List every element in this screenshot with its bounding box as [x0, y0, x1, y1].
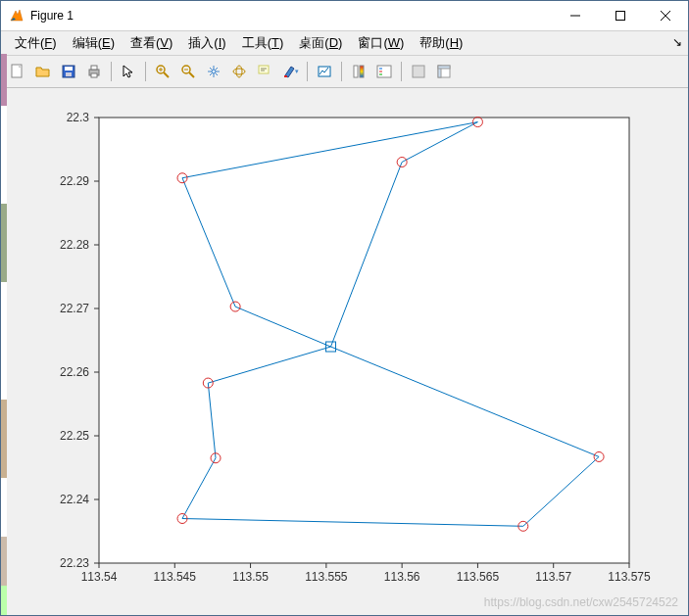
menu-bar: 文件(F) 编辑(E) 查看(V) 插入(I) 工具(T) 桌面(D) 窗口(W…: [1, 31, 688, 56]
svg-text:22.27: 22.27: [60, 302, 89, 315]
svg-rect-1: [616, 12, 625, 21]
toolbar-separator: [341, 62, 342, 81]
menu-desktop[interactable]: 桌面(D): [291, 31, 350, 55]
menu-file[interactable]: 文件(F): [7, 31, 65, 55]
svg-rect-36: [99, 118, 629, 563]
pointer-button[interactable]: [116, 60, 141, 83]
svg-text:113.54: 113.54: [81, 570, 118, 584]
svg-text:22.23: 22.23: [60, 556, 89, 570]
pan-button[interactable]: [201, 60, 226, 83]
svg-point-19: [233, 69, 245, 74]
rotate-3d-button[interactable]: [226, 60, 252, 83]
new-figure-button[interactable]: [5, 60, 30, 83]
left-decorative-strip: [1, 54, 7, 615]
toolbar-separator: [401, 62, 402, 81]
zoom-in-button[interactable]: [150, 60, 175, 83]
svg-point-20: [236, 66, 242, 77]
svg-rect-24: [284, 75, 287, 77]
svg-rect-27: [360, 66, 364, 77]
svg-rect-35: [438, 66, 450, 69]
svg-text:113.555: 113.555: [305, 570, 348, 584]
svg-text:113.56: 113.56: [384, 570, 420, 584]
svg-rect-26: [354, 66, 358, 77]
link-plot-button[interactable]: [312, 60, 337, 83]
zoom-out-button[interactable]: [175, 60, 201, 83]
figure-window: Figure 1 文件(F) 编辑(E) 查看(V) 插入(I) 工具(T) 桌…: [0, 0, 689, 616]
insert-legend-button[interactable]: [371, 60, 397, 83]
svg-rect-9: [91, 66, 97, 70]
svg-text:22.25: 22.25: [60, 429, 89, 443]
svg-text:22.26: 22.26: [60, 365, 89, 379]
brush-button[interactable]: ▾: [277, 60, 303, 83]
svg-rect-10: [91, 73, 97, 77]
svg-text:113.545: 113.545: [154, 570, 197, 584]
plot-canvas[interactable]: 113.54113.545113.55113.555113.56113.5651…: [1, 88, 688, 615]
open-button[interactable]: [30, 60, 56, 83]
svg-text:22.24: 22.24: [60, 493, 89, 506]
axes[interactable]: 113.54113.545113.55113.555113.56113.5651…: [1, 88, 688, 616]
menu-tools[interactable]: 工具(T): [234, 31, 292, 55]
hide-plot-tools-button[interactable]: [406, 60, 431, 83]
print-button[interactable]: [81, 60, 107, 83]
menu-insert[interactable]: 插入(I): [180, 31, 233, 55]
menu-help[interactable]: 帮助(H): [412, 31, 470, 55]
window-title: Figure 1: [30, 9, 553, 23]
matlab-icon: [9, 8, 25, 24]
insert-colorbar-button[interactable]: [346, 60, 371, 83]
data-cursor-button[interactable]: [252, 60, 277, 83]
toolbar-separator: [111, 62, 112, 81]
toolbar-separator: [145, 62, 146, 81]
dock-arrow-icon[interactable]: ↘: [672, 35, 682, 49]
svg-rect-32: [413, 66, 424, 77]
svg-rect-21: [259, 66, 269, 73]
toolbar-separator: [307, 62, 308, 81]
svg-rect-6: [65, 67, 73, 71]
svg-line-16: [189, 72, 194, 77]
svg-text:113.57: 113.57: [535, 570, 571, 584]
svg-text:113.55: 113.55: [232, 570, 269, 584]
close-button[interactable]: [643, 1, 688, 30]
svg-text:113.575: 113.575: [608, 570, 651, 584]
svg-text:113.565: 113.565: [457, 570, 500, 584]
svg-text:22.3: 22.3: [67, 111, 90, 124]
minimize-button[interactable]: [553, 1, 598, 30]
svg-text:22.28: 22.28: [60, 238, 89, 252]
show-plot-tools-button[interactable]: [431, 60, 457, 83]
svg-text:22.29: 22.29: [60, 174, 89, 188]
menu-view[interactable]: 查看(V): [123, 31, 180, 55]
menu-window[interactable]: 窗口(W): [350, 31, 412, 55]
svg-line-12: [164, 72, 169, 77]
svg-point-18: [212, 70, 216, 73]
maximize-button[interactable]: [598, 1, 643, 30]
save-button[interactable]: [56, 60, 81, 83]
menu-edit[interactable]: 编辑(E): [65, 31, 123, 55]
svg-rect-7: [66, 72, 72, 76]
title-bar[interactable]: Figure 1: [1, 1, 688, 31]
watermark-text: https://blog.csdn.net/cxw2545724522: [484, 595, 678, 609]
toolbar: ▾: [1, 56, 688, 88]
